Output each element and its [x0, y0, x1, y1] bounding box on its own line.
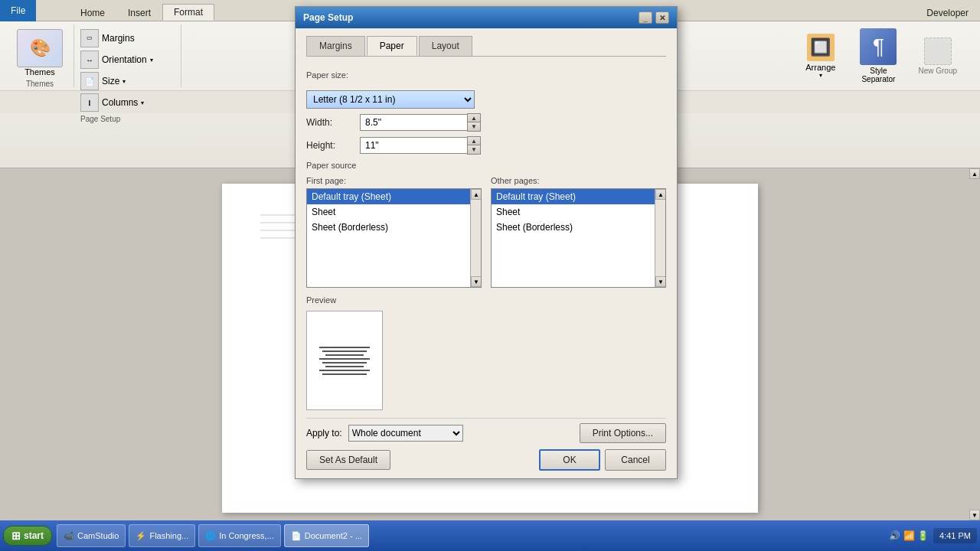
dialog-minimize-button[interactable]: _: [639, 11, 652, 24]
width-spinner: ▲ ▼: [360, 113, 481, 132]
columns-button[interactable]: ⫿ Columns ▾: [80, 92, 144, 113]
scroll-up-arrow[interactable]: ▲: [969, 168, 980, 179]
tab-paper[interactable]: Paper: [367, 36, 417, 56]
flashing-icon: ⚡: [136, 531, 146, 541]
dialog-tabs: Margins Paper Layout: [306, 36, 666, 57]
other-pages-scrollbar: ▲ ▼: [655, 189, 665, 287]
height-spinner-buttons: ▲ ▼: [467, 136, 481, 155]
margins-icon: ▭: [80, 29, 99, 47]
first-page-scroll-up[interactable]: ▲: [471, 189, 482, 200]
other-pages-scroll-down[interactable]: ▼: [655, 276, 666, 287]
other-pages-listbox[interactable]: Default tray (Sheet) Sheet Sheet (Border…: [491, 188, 666, 288]
margins-button[interactable]: ▭ Margins: [80, 28, 135, 49]
height-decrement-button[interactable]: ▼: [468, 145, 480, 154]
preview-line-3: [325, 354, 363, 356]
first-page-item-borderless[interactable]: Sheet (Borderless): [307, 220, 481, 235]
tab-layout[interactable]: Layout: [419, 36, 472, 56]
paper-size-label: Paper size:: [306, 70, 348, 80]
camstudio-icon: 📹: [64, 531, 74, 541]
width-input[interactable]: [360, 114, 467, 131]
new-group-icon: [924, 37, 952, 65]
arrange-button[interactable]: 🔲 Arrange ▾: [798, 32, 843, 80]
taskbar: ⊞ start 📹 CamStudio ⚡ Flashing... 🌐 In C…: [0, 520, 980, 551]
width-label: Width:: [306, 117, 360, 128]
taskbar-clock: 4:41 PM: [933, 528, 977, 543]
apply-to-row: Apply to: Whole document This section Th…: [306, 423, 666, 443]
first-page-item-sheet[interactable]: Sheet: [307, 204, 481, 220]
width-decrement-button[interactable]: ▼: [468, 122, 480, 131]
first-page-item-default[interactable]: Default tray (Sheet): [307, 189, 481, 204]
first-page-scroll-down[interactable]: ▼: [471, 276, 482, 287]
paper-size-select-row: Letter (8 1/2 x 11 in) A4 (210 x 297 mm)…: [306, 90, 666, 109]
tab-margins[interactable]: Margins: [306, 36, 365, 56]
paper-source-columns: First page: Default tray (Sheet) Sheet S…: [306, 176, 666, 288]
preview-line-6: [325, 366, 363, 367]
size-button[interactable]: 📄 Size ▾: [80, 70, 126, 92]
preview-section: Preview: [306, 295, 666, 410]
cancel-button[interactable]: Cancel: [605, 449, 666, 471]
ribbon-group-themes: 🎨 Themes Themes: [6, 24, 74, 87]
height-row: Height: ▲ ▼: [306, 136, 666, 155]
orientation-icon: ↔: [80, 51, 99, 69]
other-pages-item-sheet[interactable]: Sheet: [492, 204, 665, 220]
start-button[interactable]: ⊞ start: [3, 526, 52, 546]
dialog-title-buttons: _ ✕: [639, 11, 669, 24]
height-increment-button[interactable]: ▲: [468, 137, 480, 145]
taskbar-right: 🔊 📶 🔋 4:41 PM: [889, 528, 977, 543]
taskbar-item-document[interactable]: 📄 Document2 - ...: [284, 524, 369, 547]
themes-icon: 🎨: [17, 29, 63, 67]
paper-source-label: Paper source: [306, 161, 666, 170]
new-group-button[interactable]: New Group: [913, 36, 962, 77]
taskbar-item-camstudio[interactable]: 📹 CamStudio: [57, 524, 126, 547]
vertical-scrollbar[interactable]: ▲ ▼: [969, 168, 980, 520]
paper-size-select[interactable]: Letter (8 1/2 x 11 in) A4 (210 x 297 mm)…: [306, 90, 475, 109]
width-increment-button[interactable]: ▲: [468, 114, 480, 122]
other-pages-item-default[interactable]: Default tray (Sheet): [492, 189, 665, 204]
preview-line-8: [322, 373, 366, 375]
other-pages-scroll-up[interactable]: ▲: [655, 189, 666, 200]
ok-cancel-group: OK Cancel: [539, 449, 666, 471]
first-page-scrollbar: ▲ ▼: [470, 189, 481, 287]
preview-line-7: [319, 370, 370, 371]
tab-home[interactable]: Home: [69, 4, 116, 21]
style-separator-button[interactable]: ¶ Style Separator: [855, 27, 901, 85]
dialog-action-buttons: Set As Default OK Cancel: [306, 449, 666, 471]
tab-file[interactable]: File: [0, 0, 36, 21]
dialog-titlebar: Page Setup _ ✕: [296, 7, 677, 28]
size-icon: 📄: [80, 72, 99, 90]
preview-box: [306, 311, 383, 410]
preview-label: Preview: [306, 295, 666, 305]
paper-size-dropdown-container: Letter (8 1/2 x 11 in) A4 (210 x 297 mm)…: [306, 90, 475, 109]
columns-icon: ⫿: [80, 93, 99, 112]
ribbon-group-developer: 🔲 Arrange ▾ ¶ Style Separator New Group: [786, 24, 974, 87]
width-spinner-buttons: ▲ ▼: [467, 113, 481, 132]
orientation-button[interactable]: ↔ Orientation ▾: [80, 49, 153, 70]
apply-to-label: Apply to:: [306, 428, 342, 439]
apply-to-select[interactable]: Whole document This section This point f…: [348, 425, 463, 442]
themes-button[interactable]: 🎨 Themes: [12, 28, 67, 78]
taskbar-item-congress[interactable]: 🌐 In Congress,...: [198, 524, 281, 547]
other-pages-column: Other pages: Default tray (Sheet) Sheet …: [491, 176, 666, 288]
dialog-close-button[interactable]: ✕: [655, 11, 669, 24]
preview-line-4: [319, 358, 370, 360]
style-separator-icon: ¶: [860, 28, 897, 65]
height-spinner: ▲ ▼: [360, 136, 481, 155]
preview-line-2: [322, 350, 366, 352]
print-options-button[interactable]: Print Options...: [580, 423, 666, 443]
system-tray-icons: 🔊 📶 🔋: [889, 530, 929, 541]
paper-size-row: Paper size:: [306, 66, 666, 86]
first-page-column: First page: Default tray (Sheet) Sheet S…: [306, 176, 482, 288]
dialog-title: Page Setup: [303, 12, 353, 23]
tab-developer[interactable]: Developer: [915, 4, 980, 21]
taskbar-item-flashing[interactable]: ⚡ Flashing...: [129, 524, 195, 547]
first-page-listbox[interactable]: Default tray (Sheet) Sheet Sheet (Border…: [306, 188, 482, 288]
set-as-default-button[interactable]: Set As Default: [306, 450, 390, 470]
ok-button[interactable]: OK: [539, 449, 600, 471]
scroll-down-arrow[interactable]: ▼: [969, 510, 980, 520]
word-icon: 📄: [291, 531, 302, 541]
dialog-footer: Apply to: Whole document This section Th…: [306, 418, 666, 471]
other-pages-item-borderless[interactable]: Sheet (Borderless): [492, 220, 665, 235]
tab-format[interactable]: Format: [162, 4, 214, 21]
height-input[interactable]: [360, 137, 467, 154]
tab-insert[interactable]: Insert: [116, 4, 162, 21]
